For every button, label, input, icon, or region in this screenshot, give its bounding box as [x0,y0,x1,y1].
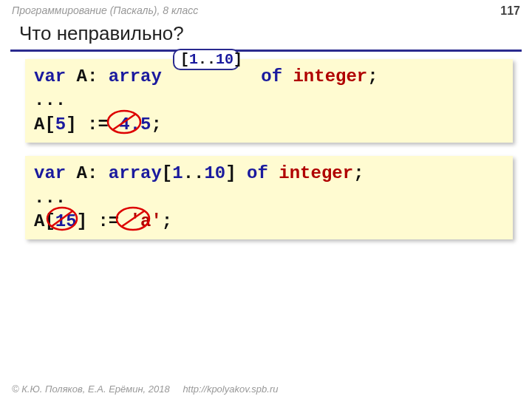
code-text: ] := [77,211,130,231]
code-line: ... [34,89,483,112]
slide-header: Программирование (Паскаль), 8 класс 117 [0,0,532,19]
code-line: var A: array[1..10] of integer; [34,162,504,185]
bracket-open: [ [180,51,189,68]
course-label: Программирование (Паскаль), 8 класс [12,4,198,18]
bracket-close: ] [233,51,242,68]
code-text: ; [151,115,161,134]
type-integer: integer [279,163,353,183]
range-low: 1 [189,51,198,68]
code-block-1: var A: array of integer; ... A[5] := 4.5… [25,59,513,143]
bracket-close: ] [225,163,236,183]
code-text: ; [353,163,364,183]
code-block-2: var A: array[1..10] of integer; ... A[15… [25,156,513,239]
title-rule [10,50,522,52]
range-dots: .. [198,51,216,68]
page-number: 117 [500,4,520,18]
range-high: 10 [216,51,233,68]
value-literal: 'a' [130,211,162,231]
keyword-array: array [109,163,162,183]
code-line: A[5] := 4.5; [34,113,483,137]
code-text: A: [66,163,109,183]
index-literal: 5 [55,115,66,134]
code-text: A: [66,66,109,86]
keyword-of: of [250,66,293,86]
code-text: ; [162,211,172,231]
code-text: A[ [34,211,55,231]
bracket-open: [ [162,163,172,183]
code-line: ... [34,186,504,210]
type-integer: integer [293,66,367,86]
footer-url: http://kpolyakov.spb.ru [183,383,278,395]
slide-footer: © К.Ю. Поляков, Е.А. Ерёмин, 2018 http:/… [12,383,278,395]
keyword-of: of [236,163,279,183]
copyright-text: © К.Ю. Поляков, Е.А. Ерёмин, 2018 [12,383,170,395]
keyword-array: array [109,66,162,86]
value-literal: 4.5 [119,115,151,134]
code-text: A[ [34,115,55,134]
range-low: 1 [172,163,183,183]
code-text: ; [367,66,378,86]
code-line: A[15] := 'a'; [34,210,504,233]
keyword-var: var [34,163,66,183]
range-callout: [1..10] [173,49,239,70]
range-high: 10 [204,163,225,183]
keyword-var: var [34,66,66,86]
code-text: ] := [66,115,119,134]
index-literal: 15 [55,211,77,231]
range-dots: .. [183,163,205,183]
slide-title: Что неправильно? [0,19,532,50]
code-line: var A: array of integer; [34,65,483,89]
